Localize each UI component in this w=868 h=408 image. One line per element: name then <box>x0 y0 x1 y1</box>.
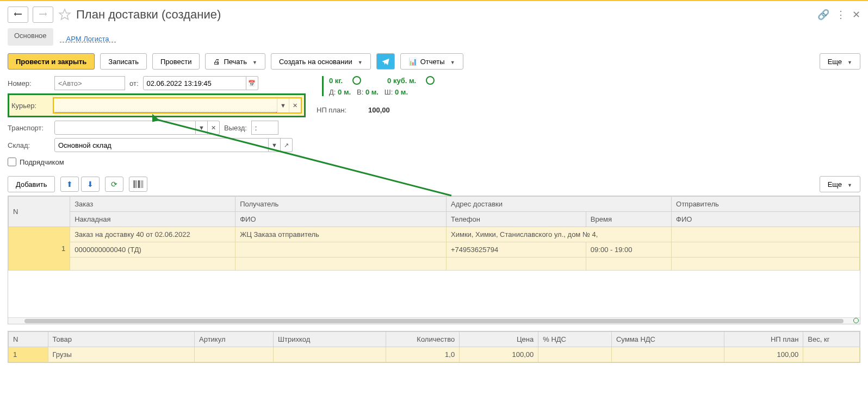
command-toolbar: Провести и закрыть Записать Провести 🖨 П… <box>8 53 860 70</box>
tabs: Основное АРМ Логиста <box>8 28 860 46</box>
volume-value: 0 куб. м. <box>387 77 416 85</box>
col-qty[interactable]: Количество <box>386 332 460 347</box>
clear-icon[interactable]: ✕ <box>289 98 301 112</box>
date-label: от: <box>129 79 139 87</box>
contractor-checkbox[interactable] <box>8 158 16 166</box>
col-price[interactable]: Цена <box>460 332 538 347</box>
table-row[interactable] <box>9 258 860 271</box>
weight-value: 0 кг. <box>329 77 343 85</box>
save-button[interactable]: Записать <box>100 53 147 70</box>
kebab-menu-icon[interactable]: ⋮ <box>836 9 846 21</box>
table-toolbar: Добавить ⬆ ⬇ ⟳ Еще <box>8 176 860 192</box>
orders-table: N Заказ Получатель Адрес доставки Отправ… <box>8 196 860 324</box>
courier-field-highlight: Курьер: ▼ ✕ <box>8 93 306 117</box>
col-address[interactable]: Адрес доставки <box>447 197 672 212</box>
col-vat[interactable]: % НДС <box>538 332 612 347</box>
more-button[interactable]: Еще <box>820 53 860 70</box>
clear-icon[interactable]: ✕ <box>208 121 220 135</box>
dropdown-icon[interactable]: ▼ <box>196 121 208 135</box>
chevron-down-icon <box>356 58 363 66</box>
col-fio[interactable]: ФИО <box>235 212 447 227</box>
transport-label: Транспорт: <box>8 124 50 132</box>
dropdown-icon[interactable]: ▼ <box>277 98 289 112</box>
col-n[interactable]: N <box>9 197 70 227</box>
stats-panel: 0 кг. 0 куб. м. Д: 0 м. В: 0 м. Ш: 0 м. <box>322 76 435 96</box>
page-title: План доставки (создание) <box>76 8 221 22</box>
chevron-down-icon <box>250 58 257 66</box>
nav-back-button[interactable]: 🠔 <box>8 7 28 23</box>
tab-main[interactable]: Основное <box>8 28 53 46</box>
move-down-button[interactable]: ⬇ <box>81 177 100 192</box>
chevron-down-icon <box>845 180 852 189</box>
col-recipient[interactable]: Получатель <box>235 197 447 212</box>
col-vat-sum[interactable]: Сумма НДС <box>611 332 724 347</box>
col-n[interactable]: N <box>9 332 48 347</box>
telegram-button[interactable] <box>376 53 395 70</box>
svg-rect-6 <box>141 180 141 188</box>
courier-input[interactable] <box>54 98 277 112</box>
create-based-on-button[interactable]: Создать на основании <box>271 53 371 70</box>
col-invoice[interactable]: Накладная <box>70 212 235 227</box>
col-np-plan[interactable]: НП план <box>724 332 803 347</box>
post-and-close-button[interactable]: Провести и закрыть <box>8 53 95 70</box>
col-phone[interactable]: Телефон <box>447 212 586 227</box>
svg-rect-2 <box>133 180 134 188</box>
post-button[interactable]: Провести <box>152 53 200 70</box>
warehouse-label: Склад: <box>8 141 50 149</box>
chevron-down-icon <box>845 58 852 66</box>
svg-rect-3 <box>134 180 135 188</box>
warehouse-input[interactable] <box>54 138 269 152</box>
transport-input[interactable] <box>54 121 196 135</box>
link-icon[interactable]: 🔗 <box>817 9 829 21</box>
calendar-icon[interactable]: 📅 <box>246 76 258 90</box>
number-label: Номер: <box>8 79 50 87</box>
goods-table: N Товар Артикул Штрихкод Количество Цена… <box>8 331 860 363</box>
refresh-button[interactable]: ⟳ <box>105 177 123 192</box>
table-row[interactable]: 1 Грузы 1,0 100,00 100,00 <box>9 347 860 362</box>
dropdown-icon[interactable]: ▼ <box>269 138 281 152</box>
col-fio2[interactable]: ФИО <box>672 212 860 227</box>
open-icon[interactable]: ↗ <box>281 138 293 152</box>
number-input[interactable] <box>54 76 125 90</box>
horizontal-scrollbar[interactable] <box>8 317 860 324</box>
table-more-button[interactable]: Еще <box>820 176 860 192</box>
chevron-down-icon <box>448 58 455 66</box>
barcode-button[interactable] <box>129 177 147 192</box>
add-row-button[interactable]: Добавить <box>8 176 55 192</box>
svg-rect-7 <box>142 180 143 188</box>
col-product[interactable]: Товар <box>48 332 194 347</box>
chart-icon: 📊 <box>408 58 417 66</box>
np-plan-value: 100,00 <box>368 106 390 114</box>
col-sender[interactable]: Отправитель <box>672 197 860 212</box>
weight-indicator-icon <box>352 76 361 85</box>
np-plan-label: НП план: <box>317 106 346 114</box>
dimensions: Д: 0 м. В: 0 м. Ш: 0 м. <box>329 88 435 96</box>
courier-label: Курьер: <box>11 102 48 110</box>
reports-button[interactable]: 📊 Отчеты <box>400 53 463 70</box>
contractor-label: Подрядчиком <box>20 158 64 166</box>
nav-forward-button: 🠖 <box>33 7 53 23</box>
col-barcode[interactable]: Штрихкод <box>274 332 386 347</box>
header-bar: 🠔 🠖 План доставки (создание) 🔗 ⋮ ✕ <box>8 2 860 26</box>
table-row[interactable]: 0000000000040 (ТД) +74953625794 09:00 - … <box>9 242 860 258</box>
svg-marker-0 <box>59 9 70 20</box>
col-order[interactable]: Заказ <box>70 197 235 212</box>
volume-indicator-icon <box>426 76 435 85</box>
col-weight[interactable]: Вес, кг <box>803 332 860 347</box>
tab-arm-logist[interactable]: АРМ Логиста <box>60 32 116 42</box>
svg-rect-5 <box>138 180 140 188</box>
favorite-star-icon[interactable] <box>58 8 72 22</box>
departure-input[interactable] <box>251 121 278 135</box>
date-input[interactable] <box>143 76 246 90</box>
print-button[interactable]: 🖨 Печать <box>205 53 265 70</box>
table-row[interactable]: 1 Заказ на доставку 40 от 02.06.2022 ЖЦ … <box>9 227 860 242</box>
move-up-button[interactable]: ⬆ <box>60 177 79 192</box>
printer-icon: 🖨 <box>213 58 220 66</box>
col-time[interactable]: Время <box>586 212 671 227</box>
col-article[interactable]: Артикул <box>195 332 274 347</box>
departure-label: Выезд: <box>224 124 247 132</box>
svg-rect-4 <box>137 180 137 188</box>
close-icon[interactable]: ✕ <box>852 9 860 21</box>
